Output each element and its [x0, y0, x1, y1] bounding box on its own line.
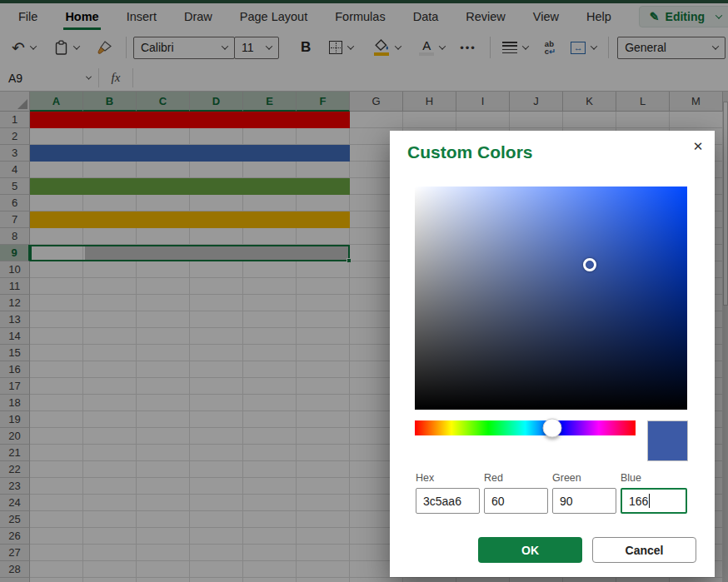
cancel-button[interactable]: Cancel: [592, 537, 696, 563]
color-picker-ring[interactable]: [583, 258, 596, 271]
green-input[interactable]: [552, 488, 616, 514]
hex-input[interactable]: [416, 488, 480, 514]
hue-slider-knob[interactable]: [543, 419, 562, 438]
custom-colors-dialog: Custom Colors ✕ Hex Red Green Blue OK Ca…: [390, 131, 715, 577]
green-label: Green: [552, 472, 581, 484]
ok-button[interactable]: OK: [478, 537, 582, 563]
blue-input[interactable]: [621, 488, 687, 514]
hex-label: Hex: [416, 472, 434, 484]
dialog-title: Custom Colors: [407, 142, 533, 162]
hue-slider[interactable]: [415, 420, 636, 435]
red-label: Red: [484, 472, 503, 484]
text-cursor: [649, 494, 650, 508]
red-input[interactable]: [484, 488, 548, 514]
close-icon[interactable]: ✕: [688, 137, 708, 157]
saturation-value-picker[interactable]: [415, 187, 687, 410]
color-preview-swatch: [647, 420, 688, 461]
blue-label: Blue: [621, 472, 641, 484]
